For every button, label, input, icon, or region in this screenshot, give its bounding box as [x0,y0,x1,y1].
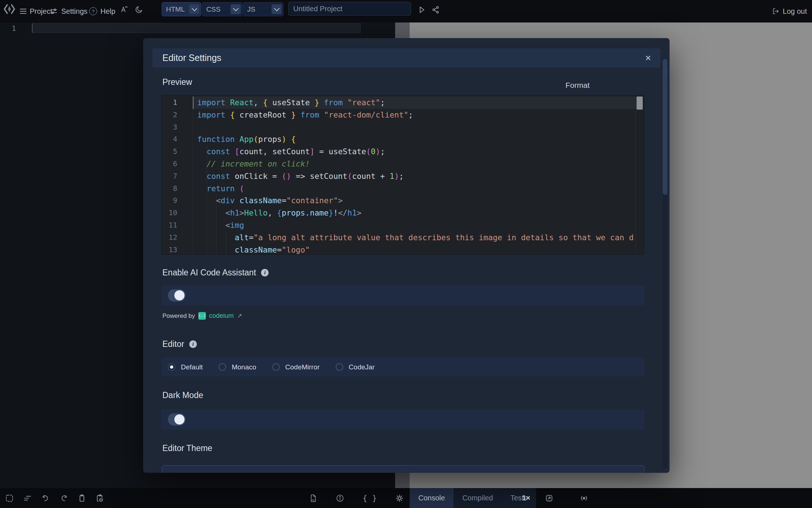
paste-replace-icon[interactable] [96,494,104,503]
share-button[interactable] [431,5,440,14]
code-line-6[interactable]: 6 // increment on click! [162,158,636,170]
code-line-7[interactable]: 7 const onClick = () => setCount(count +… [162,170,636,183]
code-text: <div className="container"> [193,194,636,207]
codeium-link[interactable]: codeium [209,312,234,320]
dark-mode-toggle-row [162,409,645,430]
app-logo-icon[interactable] [3,3,16,16]
ai-assistant-toggle[interactable] [168,289,186,302]
toggle-knob [174,414,185,425]
project-title-value: Untitled Project [293,5,343,13]
editor-settings-modal: Editor Settings × Preview Format 1import… [143,38,670,473]
editor-theme-heading: Editor Theme [162,443,212,453]
html-pane-select[interactable]: HTML [162,2,201,16]
line-number: 13 [162,244,193,255]
redo-icon[interactable] [59,494,68,503]
code-text: import React, { useState } from "react"; [193,97,636,109]
editor-theme-select[interactable] [162,465,645,473]
js-select-label: JS [247,5,272,13]
code-line-9[interactable]: 9 <div className="container"> [162,194,636,207]
format-button[interactable]: Format [566,81,590,90]
menu-project[interactable]: Project [20,0,52,22]
js-pane-select[interactable]: JS [243,2,283,16]
radio-option-default[interactable]: Default [168,363,203,371]
info-icon[interactable]: i [261,269,269,276]
radio-option-monaco[interactable]: Monaco [219,363,256,371]
code-line-8[interactable]: 8 return ( [162,183,636,195]
chevron-down-icon [233,6,239,12]
logout-label: Log out [783,7,807,16]
code-line-12[interactable]: 12 alt="a long alt attribute value that … [162,232,636,244]
code-line-3[interactable]: 3 [162,121,636,134]
code-scrollbar-thumb[interactable] [637,97,643,110]
live-broadcast-icon[interactable] [579,493,589,503]
line-number: 5 [162,146,193,158]
radio-dot [170,365,173,369]
code-line-1[interactable]: 1import React, { useState } from "react"… [162,97,636,109]
line-number: 12 [162,232,193,244]
radio-option-codemirror[interactable]: CodeMirror [272,363,320,371]
zoom-level[interactable]: 1× [522,488,530,508]
code-line-2[interactable]: 2import { createRoot } from "react-dom/c… [162,109,636,121]
line-number: 4 [162,133,193,146]
code-preview[interactable]: 1import React, { useState } from "react"… [161,95,644,255]
console-tab-strip: ConsoleCompiledTests [410,488,536,508]
tab-console[interactable]: Console [410,488,453,508]
code-line-4[interactable]: 4function App(props) { [162,133,636,146]
css-select-label: CSS [206,5,231,13]
paste-icon[interactable] [78,494,86,503]
powered-by: Powered by {..} codeium ↗ [162,312,242,320]
code-text: const onClick = () => setCount(count + 1… [193,170,636,183]
line-number: 11 [162,219,193,232]
line-number: 9 [162,194,193,207]
top-bar: Project Settings ? Help HTML CSS JS [0,0,812,23]
editor-toolbar [5,488,104,508]
help-icon: ? [89,7,97,15]
radio-unselected-icon [219,363,226,371]
format-indent-icon[interactable] [23,494,32,503]
code-text: function App(props) { [193,133,636,146]
preview-heading: Preview [162,77,192,87]
code-text: <h1>Hello, {props.name}!</h1> [193,207,636,219]
editor-active-line[interactable] [32,23,361,33]
html-select-label: HTML [166,5,189,13]
radio-label: CodeMirror [285,363,320,371]
code-line-10[interactable]: 10 <h1>Hello, {props.name}!</h1> [162,207,636,219]
css-pane-select[interactable]: CSS [202,2,243,16]
hamburger-icon [20,9,26,14]
editor-line-number: 1 [0,24,16,32]
code-text: className="logo" [193,244,636,255]
bottom-bar: { } ConsoleCompiledTests 1× [0,488,812,508]
tab-tests[interactable]: Tests [502,488,536,508]
ai-assistant-toggle-row [162,285,645,306]
select-all-icon[interactable] [5,494,14,503]
logout-button[interactable]: Log out [772,0,807,22]
html-select-chevron-button[interactable] [189,4,199,14]
dark-mode-toggle[interactable] [168,413,186,426]
modal-scrollbar-thumb[interactable] [663,59,667,195]
info-icon[interactable]: i [189,340,197,348]
open-external-icon[interactable] [544,493,554,503]
code-line-5[interactable]: 5 const [count, setCount] = useState(0); [162,146,636,158]
braces-icon[interactable]: { } [362,493,377,503]
radio-option-codejar[interactable]: CodeJar [336,363,375,371]
undo-icon[interactable] [41,494,50,503]
menu-settings[interactable]: Settings [50,0,87,22]
project-title-input[interactable]: Untitled Project [288,2,411,16]
code-line-13[interactable]: 13 className="logo" [162,244,636,255]
file-link-icon[interactable] [309,494,318,503]
line-number: 1 [162,97,193,109]
info-icon[interactable] [336,494,344,503]
codeium-icon: {..} [198,312,206,320]
js-select-chevron-button[interactable] [272,4,282,14]
css-select-chevron-button[interactable] [231,4,241,14]
ai-assistant-heading: Enable AI Code Assistant i [162,268,269,278]
gear-icon[interactable] [395,494,404,503]
close-icon[interactable]: × [645,48,651,67]
dark-mode-moon-icon[interactable] [135,5,144,14]
menu-help[interactable]: ? Help [89,0,115,22]
tab-compiled[interactable]: Compiled [453,488,501,508]
code-line-11[interactable]: 11 <img [162,219,636,232]
code-text: <img [193,219,636,232]
translate-icon[interactable] [120,5,128,14]
run-button[interactable] [417,5,426,15]
